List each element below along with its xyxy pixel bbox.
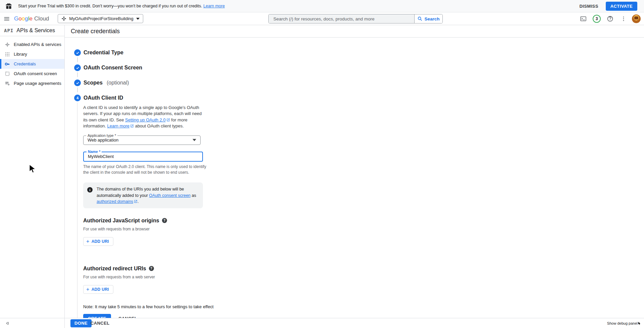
chevron-down-icon bbox=[136, 18, 140, 20]
credentials-stepper: Credential Type OAuth Consent Screen Sco… bbox=[65, 38, 644, 318]
consent-screen-icon bbox=[5, 71, 10, 76]
js-origins-section-title: Authorized JavaScript origins ? bbox=[83, 218, 644, 224]
domains-info-box: i The domains of the URIs you add below … bbox=[83, 182, 203, 208]
authorized-domains-link[interactable]: authorized domains bbox=[97, 199, 133, 204]
external-link-icon bbox=[134, 200, 138, 203]
add-uri-button-js-origins[interactable]: + ADD URI bbox=[83, 237, 113, 246]
terminal-icon bbox=[580, 15, 587, 22]
settings-note: Note: It may take 5 minutes to a few hou… bbox=[83, 304, 644, 309]
help-tooltip-icon[interactable]: ? bbox=[149, 266, 154, 271]
hamburger-icon bbox=[3, 15, 10, 22]
plus-icon: + bbox=[86, 239, 90, 244]
vertical-dots-icon bbox=[621, 16, 627, 22]
search-button[interactable]: Search bbox=[414, 14, 442, 23]
bottom-action-bar: DONE CANCEL bbox=[0, 318, 644, 328]
learn-more-oauth-link[interactable]: Learn more bbox=[107, 123, 129, 128]
client-name-helper-text: The name of your OAuth 2.0 client. This … bbox=[83, 164, 207, 175]
js-origins-subtitle: For use with requests from a browser bbox=[83, 227, 644, 231]
step-done-check-icon bbox=[74, 49, 81, 56]
dismiss-button[interactable]: DISMISS bbox=[575, 2, 602, 11]
external-link-icon bbox=[166, 118, 170, 122]
external-link-icon bbox=[130, 124, 134, 128]
sidebar-item-enabled-apis[interactable]: Enabled APIs & services bbox=[0, 40, 64, 49]
sidebar-title: APIs & Services bbox=[16, 28, 55, 34]
dropdown-arrow-icon bbox=[193, 139, 196, 141]
application-type-value: Web application bbox=[88, 138, 193, 143]
sidebar-item-page-usage-agreements[interactable]: Page usage agreements bbox=[0, 78, 64, 88]
notifications-count-badge: 3 bbox=[593, 15, 601, 23]
collapse-sidenav-button[interactable] bbox=[3, 320, 11, 327]
client-id-description: A client ID is used to identify a single… bbox=[83, 105, 205, 129]
setting-up-oauth-link[interactable]: Setting up OAuth 2.0 bbox=[125, 117, 166, 122]
step-done-check-icon bbox=[74, 64, 81, 71]
step-connector bbox=[77, 72, 78, 77]
step-oauth-client-id-header[interactable]: 4 OAuth Client ID bbox=[74, 95, 644, 101]
collapse-left-icon bbox=[4, 321, 10, 326]
sidebar-item-library[interactable]: Library bbox=[0, 49, 64, 59]
oauth-client-id-form: A client ID is used to identify a single… bbox=[77, 103, 644, 318]
help-button[interactable] bbox=[605, 14, 615, 24]
search-input[interactable] bbox=[269, 14, 414, 23]
search-bar: Search bbox=[268, 14, 443, 23]
project-name: MyOAuthProjectForStoreBuilding bbox=[69, 16, 133, 21]
info-icon: i bbox=[87, 187, 93, 193]
step-connector bbox=[77, 88, 78, 92]
step-oauth-client-id: 4 OAuth Client ID A client ID is used to… bbox=[74, 95, 644, 318]
step-scopes[interactable]: Scopes (optional) bbox=[74, 79, 644, 92]
search-icon bbox=[417, 16, 423, 21]
page-title: Create credentials bbox=[65, 25, 644, 38]
top-navigation: Google Cloud MyOAuthProjectForStoreBuild… bbox=[0, 12, 644, 25]
redirect-uris-subtitle: For use with requests from a web server bbox=[83, 275, 644, 279]
free-trial-banner: Start your Free Trial with $300 in credi… bbox=[0, 0, 644, 12]
banner-message: Start your Free Trial with $300 in credi… bbox=[18, 4, 202, 8]
tiny-cursor-icon bbox=[638, 322, 641, 325]
avatar[interactable] bbox=[632, 14, 641, 23]
learn-more-link[interactable]: Learn more bbox=[203, 4, 225, 8]
step-credential-type[interactable]: Credential Type bbox=[74, 49, 644, 62]
agreements-icon bbox=[5, 81, 10, 86]
activate-button[interactable]: ACTIVATE bbox=[606, 2, 637, 11]
library-icon bbox=[5, 52, 10, 57]
nav-menu-button[interactable] bbox=[0, 12, 13, 25]
gift-icon bbox=[5, 3, 12, 9]
sidebar-item-oauth-consent[interactable]: OAuth consent screen bbox=[0, 69, 64, 78]
step-done-check-icon bbox=[74, 79, 81, 86]
project-selector[interactable]: MyOAuthProjectForStoreBuilding bbox=[58, 14, 143, 23]
step-connector bbox=[77, 57, 78, 62]
help-tooltip-icon[interactable]: ? bbox=[162, 218, 167, 223]
create-button[interactable]: CREATE bbox=[83, 314, 111, 318]
key-icon bbox=[5, 61, 10, 67]
help-icon bbox=[607, 15, 613, 22]
sidebar: API APIs & Services Enabled APIs & servi… bbox=[0, 25, 64, 328]
client-name-field: Name * bbox=[83, 152, 203, 162]
google-cloud-logo[interactable]: Google Cloud bbox=[14, 15, 49, 22]
plus-icon: + bbox=[86, 287, 90, 292]
application-type-select[interactable]: Application type * Web application bbox=[83, 135, 201, 145]
show-debug-panel-toggle[interactable]: Show debug panel bbox=[607, 321, 641, 325]
enabled-apis-icon bbox=[5, 42, 10, 47]
api-logo-icon: API bbox=[4, 28, 13, 33]
oauth-consent-screen-link[interactable]: OAuth consent screen bbox=[149, 193, 191, 198]
step-number-badge: 4 bbox=[74, 95, 81, 101]
main-content: Create credentials Credential Type OAuth… bbox=[65, 25, 644, 318]
add-uri-button-redirect[interactable]: + ADD URI bbox=[83, 285, 113, 294]
project-icon bbox=[61, 16, 66, 21]
client-name-input[interactable] bbox=[88, 154, 198, 159]
more-menu-button[interactable] bbox=[619, 14, 629, 24]
footer-cancel-button[interactable]: CANCEL bbox=[88, 321, 112, 326]
sidebar-divider bbox=[64, 25, 65, 328]
notifications-button[interactable]: 3 bbox=[592, 14, 602, 24]
sidebar-item-credentials[interactable]: Credentials bbox=[0, 59, 64, 69]
redirect-uris-section-title: Authorized redirect URIs ? bbox=[83, 266, 644, 272]
cloud-shell-button[interactable] bbox=[578, 14, 588, 24]
step-oauth-consent-screen[interactable]: OAuth Consent Screen bbox=[74, 64, 644, 77]
